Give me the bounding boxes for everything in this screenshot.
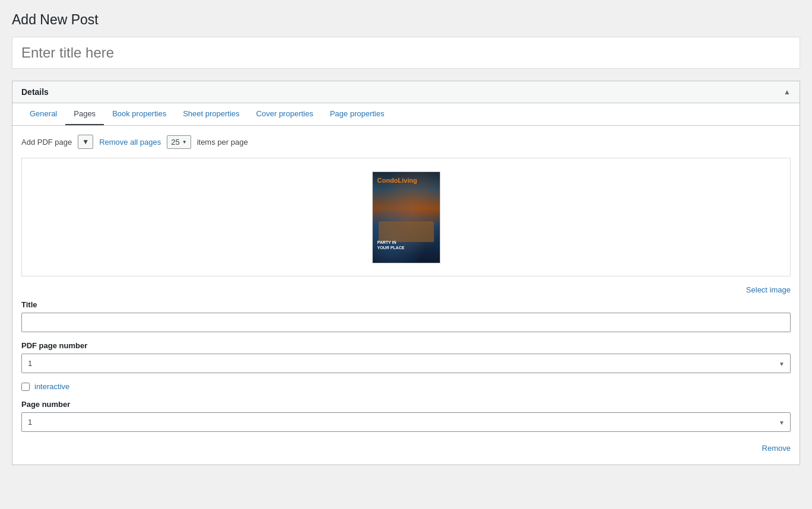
interactive-checkbox[interactable]: [21, 383, 30, 391]
interactive-checkbox-row: interactive: [21, 382, 791, 391]
details-header: Details ▲: [12, 81, 800, 103]
add-pdf-label: Add PDF page: [21, 138, 72, 147]
tabs-row: General Pages Book properties Sheet prop…: [12, 103, 800, 126]
page-number-select[interactable]: 1 2 3: [21, 412, 791, 432]
magazine-title-white: Condo: [378, 177, 398, 184]
panel-content: Add PDF page ▼ Remove all pages 25 ▼ ite…: [12, 126, 800, 465]
post-title-input[interactable]: [12, 37, 800, 68]
page-number-section: Page number 1 2 3 ▼: [21, 400, 791, 432]
page-title: Add New Post: [12, 12, 800, 28]
toolbar-row: Add PDF page ▼ Remove all pages 25 ▼ ite…: [21, 135, 791, 149]
magazine-title-orange: Living: [398, 177, 417, 184]
pdf-page-number-label: PDF page number: [21, 341, 791, 350]
tab-cover-properties[interactable]: Cover properties: [248, 103, 322, 125]
dropdown-arrow-icon: ▼: [82, 138, 89, 146]
magazine-body-text: Party InYour Place: [378, 240, 405, 250]
pdf-page-number-section: PDF page number 1 2 3 ▼: [21, 341, 791, 373]
tab-pages[interactable]: Pages: [65, 103, 104, 125]
page-image-container: CondoLiving Party InYour Place: [21, 158, 791, 276]
details-header-title: Details: [21, 87, 49, 97]
pdf-page-number-select-wrapper: 1 2 3 ▼: [21, 354, 791, 373]
items-per-page-value: 25: [171, 138, 179, 147]
collapse-arrow-icon[interactable]: ▲: [784, 88, 791, 96]
magazine-cover: CondoLiving Party InYour Place: [372, 171, 440, 263]
post-title-wrapper: [12, 37, 800, 69]
pdf-page-number-select[interactable]: 1 2 3: [21, 354, 791, 373]
page-number-label: Page number: [21, 400, 791, 409]
details-panel: Details ▲ General Pages Book properties …: [12, 81, 800, 465]
title-input[interactable]: [21, 313, 791, 332]
sofa-decoration: [379, 221, 434, 242]
remove-link[interactable]: Remove: [762, 444, 791, 453]
remove-row: Remove: [21, 441, 791, 456]
magazine-title: CondoLiving: [378, 177, 417, 184]
page-number-select-wrapper: 1 2 3 ▼: [21, 412, 791, 432]
items-per-page-select[interactable]: 25 ▼: [167, 135, 191, 149]
add-pdf-dropdown[interactable]: ▼: [78, 135, 93, 149]
tab-page-properties[interactable]: Page properties: [322, 103, 393, 125]
interactive-checkbox-label[interactable]: interactive: [34, 382, 69, 391]
title-label: Title: [21, 300, 791, 309]
select-image-link[interactable]: Select image: [746, 285, 791, 294]
tab-general[interactable]: General: [21, 103, 65, 125]
items-per-page-label: items per page: [197, 138, 248, 147]
items-per-page-dropdown-icon: ▼: [182, 139, 187, 145]
select-image-row: Select image: [21, 282, 791, 300]
tab-book-properties[interactable]: Book properties: [104, 103, 175, 125]
remove-all-pages-link[interactable]: Remove all pages: [99, 138, 161, 147]
tab-sheet-properties[interactable]: Sheet properties: [175, 103, 248, 125]
title-section: Title: [21, 300, 791, 332]
